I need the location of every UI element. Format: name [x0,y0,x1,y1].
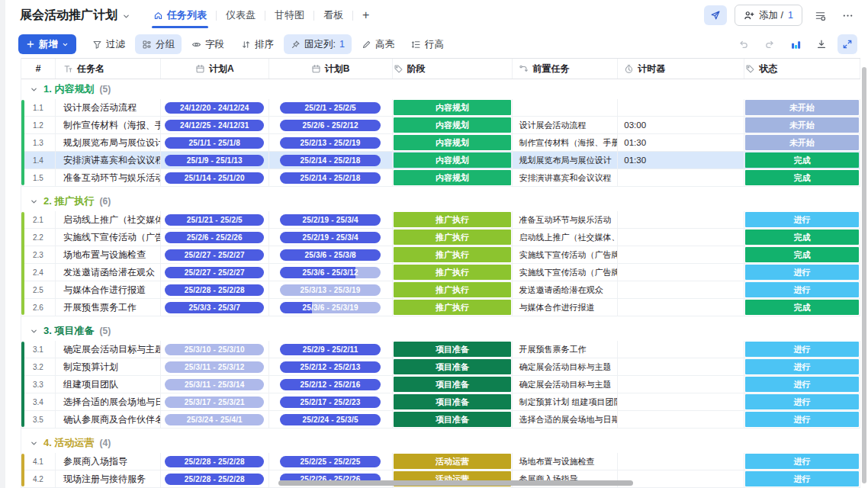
plan-b-cell[interactable]: 25/2/1 - 25/2/5 [269,99,393,116]
predecessor-cell[interactable]: 确定展会活动目标与主题 [513,358,618,375]
table-row[interactable]: 2.4发送邀请函给潜在观众25/2/27 - 25/2/2725/3/6 - 2… [21,264,860,281]
task-name-cell[interactable]: 发送邀请函给潜在观众 [56,264,161,281]
plan-a-cell[interactable]: 25/1/21 - 25/2/5 [161,211,269,228]
vertical-scrollbar[interactable] [862,67,866,483]
plan-b-cell[interactable]: 25/2/9 - 25/2/11 [269,341,393,358]
filter-button[interactable]: 过滤 [85,34,132,54]
table-row[interactable]: 1.1设计展会活动流程24/12/20 - 24/12/2425/2/1 - 2… [21,99,860,117]
plan-b-pill[interactable]: 25/2/14 - 25/2/18 [280,155,381,166]
status-cell[interactable]: 进行 [744,264,860,281]
phase-chip[interactable]: 活动运营 [394,454,512,469]
status-cell[interactable]: 完成 [744,299,860,316]
plan-a-cell[interactable]: 24/12/25 - 24/12/31 [161,117,269,133]
table-row[interactable]: 1.5准备互动环节与娱乐活动25/1/14 - 25/1/2025/2/14 -… [21,169,860,187]
task-name-cell[interactable]: 开展预售票务工作 [56,299,161,316]
plan-b-pill[interactable]: 25/3/13 - 25/3/19 [280,284,381,296]
timer-cell[interactable]: 03:00 [618,117,744,133]
highlight-button[interactable]: 高亮 [355,34,401,54]
undo-button[interactable] [734,34,754,54]
plan-b-cell[interactable]: 25/2/19 - 25/3/4 [269,229,393,246]
row-number-cell[interactable]: 3.4 [21,393,56,410]
plan-a-pill[interactable]: 25/2/6 - 25/2/26 [165,232,264,243]
timer-cell[interactable]: 01:30 [618,152,744,169]
row-number-cell[interactable]: 3.1 [21,341,56,358]
timer-cell[interactable] [618,376,744,393]
status-chip[interactable]: 完成 [745,170,859,185]
plan-b-cell[interactable]: 25/2/6 - 25/2/12 [269,117,393,133]
predecessor-cell[interactable]: 发送邀请函给潜在观众 [513,281,618,298]
plan-b-pill[interactable]: 25/2/6 - 25/2/12 [280,120,381,131]
plan-a-cell[interactable]: 25/2/28 - 25/2/28 [161,470,269,487]
plan-a-pill[interactable]: 25/2/28 - 25/2/28 [165,284,264,296]
row-number-cell[interactable]: 1.5 [21,169,56,186]
phase-cell[interactable]: 推广执行 [393,229,513,246]
timer-cell[interactable] [618,358,744,375]
phase-cell[interactable]: 内容规划 [393,117,513,133]
column-header-index[interactable]: # [21,59,56,79]
phase-cell[interactable]: 内容规划 [393,152,513,169]
predecessor-cell[interactable]: 与媒体合作进行报道 [513,299,618,316]
more-button[interactable] [837,5,857,25]
plan-b-cell[interactable]: 25/2/19 - 25/3/4 [269,211,393,228]
plan-a-cell[interactable]: 24/12/20 - 24/12/24 [161,99,269,116]
timer-cell[interactable] [618,229,744,246]
task-name-cell[interactable]: 准备互动环节与娱乐活动 [56,169,161,186]
plan-b-cell[interactable]: 25/2/14 - 25/2/18 [269,152,393,169]
chart-button[interactable] [786,34,805,54]
task-name-cell[interactable]: 实施线下宣传活动（广告... [56,229,161,246]
phase-cell[interactable]: 推广执行 [393,264,513,281]
phase-cell[interactable]: 活动运营 [393,453,513,470]
plan-a-cell[interactable]: 25/1/1 - 25/1/8 [161,134,269,151]
row-number-cell[interactable]: 1.3 [21,134,56,151]
group-header[interactable]: 4. 活动运营(4) [21,433,860,453]
task-name-cell[interactable]: 规划展览布局与展位设计 [56,134,161,151]
plan-a-pill[interactable]: 25/3/11 - 25/3/12 [165,361,264,373]
predecessor-cell[interactable]: 制定预算计划 组建项目团队 [513,393,618,410]
plan-a-pill[interactable]: 25/2/28 - 25/2/28 [165,474,264,485]
plan-a-cell[interactable]: 25/1/14 - 25/1/20 [161,169,269,186]
phase-cell[interactable]: 推广执行 [393,211,513,228]
status-chip[interactable]: 未开始 [745,100,859,115]
status-cell[interactable]: 进行 [744,211,860,228]
plan-a-pill[interactable]: 24/12/25 - 24/12/31 [165,120,264,131]
phase-chip[interactable]: 推广执行 [394,230,512,245]
new-record-button[interactable]: 新增 [18,34,76,54]
table-row[interactable]: 3.2制定预算计划25/3/11 - 25/3/1225/2/12 - 25/2… [21,358,860,376]
phase-chip[interactable]: 推广执行 [394,247,512,262]
phase-chip[interactable]: 项目准备 [394,377,512,392]
plan-b-pill[interactable]: 25/2/17 - 25/2/23 [280,396,381,408]
predecessor-cell[interactable]: 选择合适的展会场地与日期 [513,411,618,428]
share-button[interactable] [704,5,727,25]
plan-b-cell[interactable]: 25/2/25 - 25/2/25 [269,453,393,470]
tab-task-list[interactable]: 任务列表 [144,0,216,30]
plan-b-cell[interactable]: 25/2/12 - 25/2/16 [269,376,393,393]
plan-a-pill[interactable]: 25/1/14 - 25/1/20 [165,172,264,184]
status-cell[interactable]: 未开始 [744,99,860,116]
row-number-cell[interactable]: 2.2 [21,229,56,246]
plan-b-pill[interactable]: 25/2/25 - 25/2/25 [280,456,381,467]
phase-chip[interactable]: 内容规划 [394,100,512,115]
phase-cell[interactable]: 项目准备 [393,358,513,375]
plan-b-pill[interactable]: 25/2/24 - 25/3/5 [280,414,381,425]
task-name-cell[interactable]: 制定预算计划 [56,358,161,375]
sort-button[interactable]: 排序 [234,34,281,54]
plan-a-cell[interactable]: 25/3/10 - 25/3/10 [161,341,269,358]
plan-b-pill[interactable]: 25/3/6 - 25/3/19 [280,302,381,313]
plan-a-pill[interactable]: 24/12/20 - 24/12/24 [165,102,264,114]
column-header-task-name[interactable]: 任务名 [56,59,161,79]
fields-button[interactable]: 字段 [185,34,231,54]
plan-a-cell[interactable]: 25/2/28 - 25/2/28 [161,281,269,298]
row-number-cell[interactable]: 3.5 [21,411,56,428]
add-member-button[interactable]: 添加 / 1 [735,5,802,26]
task-name-cell[interactable]: 安排演讲嘉宾和会议议程 [56,152,161,169]
timer-cell[interactable] [618,453,744,470]
table-row[interactable]: 1.4安排演讲嘉宾和会议议程25/1/9 - 25/1/1325/2/14 - … [21,152,860,169]
status-cell[interactable]: 完成 [744,169,860,186]
row-number-cell[interactable]: 1.2 [21,117,56,133]
predecessor-cell[interactable]: 实施线下宣传活动（广告牌、传 [513,246,618,263]
phase-cell[interactable]: 项目准备 [393,393,513,410]
status-cell[interactable]: 进行 [744,470,860,487]
page-title[interactable]: 展会活动推广计划 [20,8,130,24]
row-number-cell[interactable]: 4.2 [21,470,56,487]
status-chip[interactable]: 完成 [745,300,859,315]
